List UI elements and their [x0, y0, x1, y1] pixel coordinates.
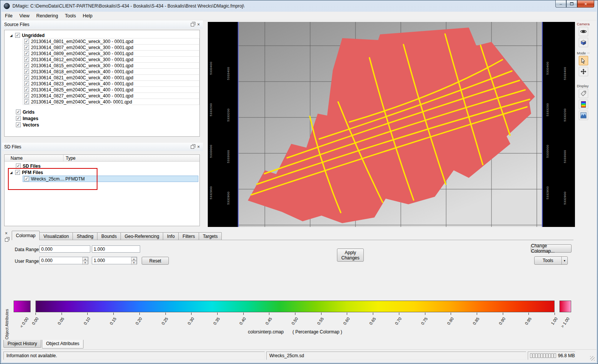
colormap-display-button[interactable] — [579, 100, 588, 109]
source-file-row[interactable]: ✓20130614_0818_em2040C_wreck_400 - 0001.… — [23, 68, 199, 75]
source-file-row[interactable]: ✓20130614_0825_em2040C_wreck_400 - 0001.… — [23, 86, 199, 93]
close-panel-icon[interactable]: × — [197, 23, 200, 26]
label-display-button[interactable] — [579, 89, 588, 98]
tree-row-ungridded[interactable]: ◢ ✓ Ungridded — [10, 32, 45, 39]
tree-row-wrecks-selected[interactable]: ✓ Wrecks_25cm.... PFMDTM — [23, 176, 198, 182]
source-group-images[interactable]: ✓Images — [16, 115, 197, 122]
sd-files-column-header[interactable]: Name Type — [5, 155, 199, 162]
data-range-max-input[interactable] — [92, 245, 140, 253]
source-file-row[interactable]: ✓20130614_0801_em2040C_wreck_300 - 0001.… — [23, 38, 199, 45]
tree-row-sd-files[interactable]: ✓ SD Files — [16, 163, 40, 169]
tab-colormap[interactable]: Colormap — [12, 231, 40, 240]
checkbox[interactable]: ✓ — [24, 51, 29, 56]
checkbox[interactable]: ✓ — [24, 57, 29, 62]
source-file-row[interactable]: ✓20130614_0812_em2040C_wreck_300 - 0001.… — [23, 56, 199, 63]
tree-row-pfm-files[interactable]: ◢ ✓ PFM Files — [10, 169, 43, 176]
column-type[interactable]: Type — [66, 156, 76, 161]
dock-float-icon[interactable] — [5, 238, 8, 242]
user-range-min-input[interactable] — [39, 257, 88, 264]
tab-shading[interactable]: Shading — [73, 232, 97, 240]
window-titlebar[interactable]: DMagic: C:\DemoData\CLIENT-PARTNER\Boska… — [0, 0, 598, 12]
minimize-button[interactable]: – — [555, 0, 566, 8]
checkbox[interactable]: ✓ — [16, 122, 21, 127]
column-separator[interactable] — [63, 155, 63, 161]
checkbox[interactable]: ✓ — [24, 87, 29, 92]
spin-up-icon[interactable]: ▲ — [82, 257, 88, 261]
select-mode-button[interactable] — [579, 56, 588, 65]
tab-targets[interactable]: Targets — [199, 232, 222, 240]
dock-titlebar: × Object Attributes — [3, 230, 11, 349]
tab-visualization[interactable]: Visualization — [39, 232, 73, 240]
source-group-vectors[interactable]: ✓Vectors — [16, 122, 197, 128]
colorbar-tick-label-text: 0.80 — [446, 316, 454, 325]
source-file-label: 20130614_0825_em2040C_wreck_400 - 0001.q… — [31, 87, 133, 93]
checkbox[interactable]: ✓ — [24, 69, 29, 74]
data-range-min-input[interactable] — [39, 245, 90, 253]
camera-view-button[interactable] — [579, 38, 588, 47]
tab-filters[interactable]: Filters — [178, 232, 199, 240]
checkbox[interactable]: ✓ — [24, 93, 29, 98]
checkbox[interactable]: ✓ — [16, 116, 21, 121]
camera-section-label: Camera — [576, 22, 590, 26]
checkbox[interactable]: ✓ — [24, 81, 29, 86]
checkbox[interactable]: ✓ — [24, 176, 29, 181]
column-name[interactable]: Name — [11, 156, 23, 161]
checkbox[interactable]: ✓ — [16, 110, 21, 114]
checkbox[interactable]: ✓ — [24, 45, 29, 50]
colorbar-gradient[interactable] — [36, 301, 555, 312]
tab-geo-referencing[interactable]: Geo-Referencing — [121, 232, 163, 240]
colorbar-tick — [191, 313, 192, 315]
expander-icon[interactable]: ◢ — [10, 34, 14, 37]
tab-bar: ColormapVisualizationShadingBoundsGeo-Re… — [12, 231, 221, 240]
reset-button[interactable]: Reset — [142, 257, 169, 265]
footer-tab-object-attributes[interactable]: Object Attributes — [42, 340, 83, 349]
checkbox[interactable]: ✓ — [24, 39, 29, 44]
source-group-grids[interactable]: ✓Grids — [16, 109, 197, 115]
colorbar-tick — [477, 313, 477, 315]
menu-item-file[interactable]: File — [2, 12, 16, 20]
camera-orbit-button[interactable] — [579, 27, 588, 36]
spin-down-icon[interactable]: ▼ — [131, 261, 137, 265]
user-range-max-input[interactable] — [92, 257, 137, 264]
tab-bounds[interactable]: Bounds — [97, 232, 121, 240]
dock-close-icon[interactable]: × — [5, 231, 8, 235]
checkbox[interactable]: ✓ — [15, 33, 20, 38]
menu-item-view[interactable]: View — [16, 12, 33, 20]
change-colormap-button[interactable]: Change Colormap... — [531, 244, 572, 253]
float-panel-icon[interactable] — [191, 145, 194, 149]
checkbox[interactable]: ✓ — [24, 99, 29, 104]
footer-tab-project-history[interactable]: Project History — [3, 340, 41, 348]
viewport-3d[interactable]: 5333400533320053330005332800533340053332… — [208, 22, 575, 227]
close-button[interactable]: × — [577, 0, 594, 8]
checkbox[interactable]: ✓ — [24, 75, 29, 80]
source-file-row[interactable]: ✓20130614_0823_em2040C_wreck_400 - 0001.… — [23, 80, 199, 87]
source-file-row[interactable]: ✓20130614_0827_em2040C_wreck_400 - 0001.… — [23, 93, 199, 99]
source-file-row[interactable]: ✓20130614_0829_em2040C_wreck_400- 0001.q… — [23, 99, 199, 105]
colorbar-tick-label-text: 0.25 — [161, 316, 169, 325]
apply-changes-button[interactable]: Apply Changes — [337, 248, 364, 262]
menu-item-tools[interactable]: Tools — [62, 12, 79, 20]
float-panel-icon[interactable] — [191, 23, 194, 26]
resize-grip[interactable] — [590, 356, 595, 361]
source-file-row[interactable]: ✓20130614_0821_em2040C_wreck_400 - 0001.… — [23, 74, 199, 81]
window-controls: – × — [555, 0, 594, 8]
tab-info[interactable]: Info — [163, 232, 179, 240]
surface-display-button[interactable] — [579, 111, 588, 120]
maximize-button[interactable] — [566, 0, 577, 8]
tools-dropdown-button[interactable]: Tools ▼ — [534, 256, 568, 265]
expander-icon[interactable]: ◢ — [10, 171, 14, 174]
close-panel-icon[interactable]: × — [197, 145, 200, 149]
source-file-row[interactable]: ✓20130614_0807_em2040C_wreck_300 - 0001.… — [23, 44, 199, 51]
checkbox[interactable]: ✓ — [16, 163, 21, 168]
checkbox[interactable]: ✓ — [24, 63, 29, 68]
dropdown-arrow-icon[interactable]: ▼ — [561, 257, 567, 264]
spin-down-icon[interactable]: ▼ — [82, 261, 88, 265]
spin-up-icon[interactable]: ▲ — [131, 257, 137, 261]
source-file-row[interactable]: ✓20130614_0809_em2040C_wreck_300 - 0001.… — [23, 50, 199, 57]
menu-item-rendering[interactable]: Rendering — [33, 12, 62, 20]
colorbar-tick-label-text: 0.60 — [342, 316, 351, 325]
menu-item-help[interactable]: Help — [79, 12, 96, 20]
pan-mode-button[interactable] — [579, 67, 588, 76]
checkbox[interactable]: ✓ — [15, 170, 20, 175]
source-file-row[interactable]: ✓20130614_0815_em2040C_wreck_300 - 0001.… — [23, 62, 199, 69]
